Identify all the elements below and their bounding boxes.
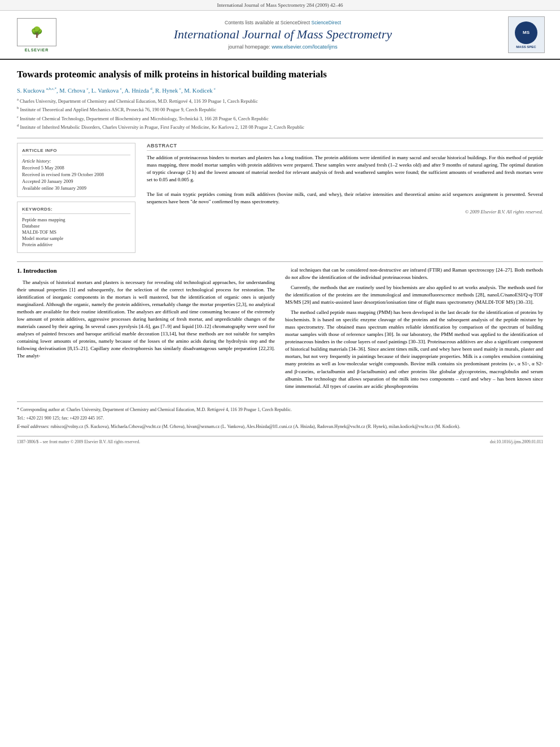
footnote-tel: Tel.: +420 221 900 125; fax: +420 220 44…	[17, 415, 543, 422]
article-history-label: Article history:	[22, 158, 130, 164]
right-column: Abstract The addition of proteinaceous b…	[147, 143, 543, 253]
intro-col2-para1: ical techniques that can be considered n…	[285, 267, 543, 281]
journal-title: International Journal of Mass Spectromet…	[62, 27, 504, 42]
elsevier-logo: 🌳 ELSEVIER	[11, 18, 62, 52]
emblem-text: MASS SPEC	[516, 45, 536, 49]
journal-emblem-area: MS MASS SPEC	[504, 16, 549, 53]
author-hynek: R. Hynek	[155, 88, 178, 94]
article-info-title: Article info	[22, 148, 130, 155]
elsevier-logo-area: 🌳 ELSEVIER	[11, 18, 62, 52]
authors-line: S. Kuckova a,b,c,*, M. Crhova c, L. Vank…	[17, 86, 543, 94]
elsevier-text: ELSEVIER	[25, 48, 49, 52]
copyright-line: © 2009 Elsevier B.V. All rights reserved…	[147, 209, 543, 215]
keyword-1: Peptide mass mapping	[22, 217, 130, 222]
author-hnizda: A. Hnizda	[124, 88, 148, 94]
keyword-4: Model mortar sample	[22, 235, 130, 241]
article-available: Available online 30 January 2009	[22, 185, 130, 191]
intro-col2-para3: The method called peptide mass mapping (…	[285, 309, 543, 390]
section-1-title: 1. Introduction	[17, 267, 275, 276]
section-name: Introduction	[23, 267, 57, 274]
main-content: Towards proteomic analysis of milk prote…	[0, 60, 560, 453]
issn-line: 1387-3806/$ – see front matter © 2009 El…	[17, 439, 140, 444]
keyword-3: MALDI-TOF MS	[22, 229, 130, 235]
article-title: Towards proteomic analysis of milk prote…	[17, 68, 543, 81]
top-bar: International Journal of Mass Spectromet…	[0, 0, 560, 11]
author-hnizda-sup: d	[150, 86, 152, 91]
article-received: Received 5 May 2008	[22, 165, 130, 171]
journal-citation: International Journal of Mass Spectromet…	[217, 2, 343, 8]
doi-line: doi:10.1016/j.ijms.2009.01.011	[490, 439, 543, 444]
homepage-link[interactable]: www.elsevier.com/locate/ijms	[272, 44, 338, 50]
intro-col2-para2: Currently, the methods that are routinel…	[285, 284, 543, 306]
author-crhova: M. Crhova	[59, 88, 85, 94]
article-revised: Received in revised form 29 October 2008	[22, 172, 130, 177]
divider-2	[17, 261, 543, 262]
author-kuckova: S. Kuckova	[17, 88, 45, 94]
left-column: Article info Article history: Received 5…	[17, 143, 135, 253]
footnote-section: * Corresponding author at: Charles Unive…	[17, 401, 543, 430]
footnote-email-addresses: rubisco@volny.cz (S. Kuckova), Michaela.…	[51, 424, 461, 429]
history-label: Article history:	[22, 158, 51, 164]
keywords-box: Keywords: Peptide mass mapping Database …	[17, 202, 135, 253]
abstract-para-1: The addition of proteinaceous binders to…	[147, 154, 543, 184]
elsevier-box: 🌳	[17, 18, 56, 46]
journal-emblem: MS MASS SPEC	[508, 16, 545, 53]
elsevier-tree-icon: 🌳	[30, 26, 43, 38]
article-info-box: Article info Article history: Received 5…	[17, 143, 135, 197]
intro-col1-para1: The analysis of historical mortars and p…	[17, 279, 275, 360]
body-section: 1. Introduction The analysis of historic…	[17, 267, 543, 393]
keyword-5: Protein additive	[22, 242, 130, 247]
divider-1	[17, 138, 543, 138]
author-hynek-sup: c	[180, 86, 181, 91]
bottom-bar: 1387-3806/$ – see front matter © 2009 El…	[17, 436, 543, 444]
author-vankova-sup: c	[120, 86, 122, 91]
journal-header: 🌳 ELSEVIER Contents lists available at S…	[0, 11, 560, 60]
section-number: 1.	[17, 267, 21, 274]
author-kuckova-sup: a,b,c,*	[46, 86, 56, 91]
footnote-corresponding: * Corresponding author at: Charles Unive…	[17, 407, 543, 413]
affiliations: a Charles University, Department of Chem…	[17, 97, 543, 131]
journal-homepage: journal homepage: www.elsevier.com/locat…	[62, 44, 504, 50]
body-col-left: 1. Introduction The analysis of historic…	[17, 267, 275, 393]
info-abstract-section: Article info Article history: Received 5…	[17, 143, 543, 253]
sciencedirect-link[interactable]: ScienceDirect	[312, 20, 341, 25]
abstract-para-2: The list of main tryptic peptides coming…	[147, 191, 543, 206]
article-accepted: Accepted 20 January 2009	[22, 178, 130, 184]
author-kodicek-sup: c	[214, 86, 216, 91]
abstract-title: Abstract	[147, 143, 543, 151]
footnote-email-label: E-mail addresses:	[17, 424, 50, 429]
affiliation-d: d Institute of Inherited Metabolic Disor…	[17, 123, 543, 131]
affiliation-a: a Charles University, Department of Chem…	[17, 97, 543, 105]
affiliation-c: c Institute of Chemical Technology, Depa…	[17, 114, 543, 123]
contents-line: Contents lists available at ScienceDirec…	[62, 20, 504, 25]
emblem-circle: MS	[515, 21, 537, 44]
keywords-title: Keywords:	[22, 207, 130, 214]
affiliation-b: b Institute of Theoretical and Applied M…	[17, 105, 543, 113]
footnote-email: E-mail addresses: rubisco@volny.cz (S. K…	[17, 423, 543, 430]
author-vankova: L. Vankova	[91, 88, 119, 94]
body-col-right: ical techniques that can be considered n…	[285, 267, 543, 393]
author-kodicek: M. Kodicek	[184, 88, 212, 94]
author-crhova-sup: c	[86, 86, 88, 91]
keyword-2: Database	[22, 223, 130, 229]
abstract-text: The addition of proteinaceous binders to…	[147, 154, 543, 206]
journal-center: Contents lists available at ScienceDirec…	[62, 20, 504, 50]
